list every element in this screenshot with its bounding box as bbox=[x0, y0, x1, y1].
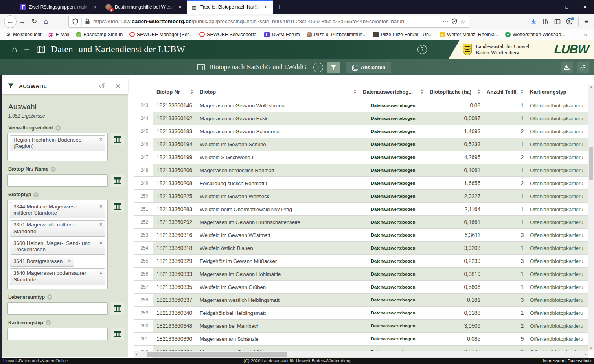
open-picker-button[interactable] bbox=[111, 200, 124, 212]
chip-remove-icon[interactable]: × bbox=[99, 222, 102, 227]
table-row[interactable]: 255182133360329Feldgehölz im Gewann Müßa… bbox=[134, 255, 588, 268]
app-home-icon[interactable]: ⌂ bbox=[12, 44, 17, 55]
info-button[interactable]: i bbox=[313, 63, 323, 72]
tracking-shield-icon[interactable] bbox=[72, 18, 78, 25]
browser-tab-zwei-r-tlingsgruppen[interactable]: Zwei Rötlingsgruppen, makrosk✕ bbox=[16, 0, 101, 14]
open-picker-button[interactable] bbox=[111, 302, 124, 315]
filter-input-biotoptyp[interactable]: 3344,Montane Magerwiese mittlerer Stando… bbox=[7, 200, 108, 289]
datenauswertebogen-link[interactable]: Datenauswertebogen bbox=[360, 151, 427, 164]
browser-tab-bestimmungshilfe-bei[interactable]: 1Bestimmungshilfe bei Wiesenp✕ bbox=[101, 0, 187, 14]
datenauswertebogen-link[interactable]: Datenauswertebogen bbox=[360, 229, 427, 241]
horizontal-scroll-thumb[interactable] bbox=[147, 352, 287, 357]
sidebar-toggle-icon[interactable] bbox=[554, 18, 561, 25]
table-row[interactable]: 246182133360194Weidfeld im Gewann Schürl… bbox=[134, 138, 588, 151]
table-row[interactable]: 259182133360340Feldgehölz bei Helblingsm… bbox=[134, 307, 588, 320]
bookmark-dgfm-forum[interactable]: DGfM Forum bbox=[264, 32, 300, 37]
sort-icon[interactable] bbox=[520, 89, 524, 94]
scroll-up-arrow[interactable]: ∧ bbox=[588, 85, 594, 90]
table-row[interactable]: 253182133360316Weidfeld im Gewann Wüstma… bbox=[134, 229, 588, 242]
open-picker-button[interactable] bbox=[111, 328, 124, 340]
table-row[interactable]: 258182133360337Magerrasen westlich Helbl… bbox=[134, 294, 588, 307]
datenauswertebogen-link[interactable]: Datenauswertebogen bbox=[360, 281, 427, 293]
map-icon[interactable] bbox=[37, 46, 45, 53]
filter-input-verwaltungseinheit[interactable]: Region Hochrhein-Bodensee (Region)× bbox=[7, 133, 108, 161]
column-header-datenauswertebog[interactable]: Datenauswertebog... bbox=[360, 85, 427, 99]
bookmark-pilze-pilze-forum-b[interactable]: Pilze Pilze Forum - Üb... bbox=[373, 32, 433, 37]
account-icon[interactable] bbox=[566, 18, 573, 25]
downloads-icon[interactable] bbox=[531, 18, 537, 25]
page-actions-icon[interactable]: ••• bbox=[443, 19, 449, 24]
sort-icon[interactable] bbox=[353, 89, 357, 94]
maximize-button[interactable]: □ bbox=[558, 0, 576, 14]
table-row[interactable]: 260182133360348Magerrasen bei MambachDat… bbox=[134, 320, 588, 333]
clear-filter-icon[interactable]: × bbox=[46, 320, 51, 325]
column-header-biotop[interactable]: Biotop bbox=[197, 85, 360, 99]
table-row[interactable]: 254182133360318Weidfeld östlich BlauenDa… bbox=[134, 242, 588, 255]
table-row[interactable]: 257182133360335Weidfeld im Gewann Grüben… bbox=[134, 281, 588, 294]
datenauswertebogen-link[interactable]: Datenauswertebogen bbox=[360, 138, 427, 151]
bookmark-pilze-u-pilzbestimmun[interactable]: Pilze u. Pilzbestimmun... bbox=[307, 32, 367, 37]
open-picker-button[interactable] bbox=[111, 133, 124, 145]
scroll-left-arrow[interactable]: ‹ bbox=[134, 351, 140, 357]
datenauswertebogen-link[interactable]: Datenauswertebogen bbox=[360, 255, 427, 267]
datenauswertebogen-link[interactable]: Datenauswertebogen bbox=[360, 164, 427, 176]
chip-remove-icon[interactable]: × bbox=[99, 240, 102, 246]
share-link-button[interactable] bbox=[577, 62, 589, 73]
bookmark-e-mail[interactable]: E-Mail bbox=[48, 32, 69, 37]
vertical-scrollbar[interactable]: ∧ ∨ bbox=[588, 85, 594, 351]
table-row[interactable]: 252182133360292Magerrasen im Gewann Brun… bbox=[134, 216, 588, 229]
sort-icon[interactable] bbox=[420, 89, 423, 94]
datenauswertebogen-link[interactable]: Datenauswertebogen bbox=[360, 333, 427, 345]
datenauswertebogen-link[interactable]: Datenauswertebogen bbox=[360, 125, 427, 138]
forward-button[interactable]: → bbox=[17, 16, 28, 28]
table-row[interactable]: 247182133360199Weidfeld S Gschwend IIDat… bbox=[134, 151, 588, 164]
menu-icon[interactable]: ≡ bbox=[584, 17, 588, 26]
new-tab-button[interactable]: + bbox=[273, 0, 287, 14]
open-picker-button[interactable] bbox=[111, 174, 124, 187]
chip-remove-icon[interactable]: × bbox=[99, 270, 102, 276]
table-row[interactable]: 244182133360162Magerrasen im Gewann Eckl… bbox=[134, 112, 588, 125]
table-row[interactable]: 250182133360225Weidfeld im Gewann Wolfse… bbox=[134, 190, 588, 203]
table-row[interactable]: 243182133360146Magerrasen im Gewann Wölf… bbox=[134, 99, 588, 112]
tab-close-icon[interactable]: ✕ bbox=[178, 5, 183, 10]
clear-filter-icon[interactable]: × bbox=[47, 294, 52, 300]
permissions-shield-icon[interactable] bbox=[452, 18, 457, 24]
datenauswertebogen-link[interactable]: Datenauswertebogen bbox=[360, 177, 427, 189]
bookmarks-overflow-icon[interactable]: » bbox=[584, 31, 588, 38]
datenauswertebogen-link[interactable]: Datenauswertebogen bbox=[360, 294, 427, 306]
column-header-biotop-nr[interactable]: Biotop-Nr bbox=[153, 85, 197, 99]
table-row[interactable]: 256182133360333Magerrasen im Gewann Hohl… bbox=[134, 268, 588, 281]
chip-remove-icon[interactable]: × bbox=[68, 258, 71, 264]
bookmark-star-icon[interactable]: ☆ bbox=[460, 18, 465, 25]
views-button[interactable]: Ansichten bbox=[346, 62, 392, 73]
app-menu-icon[interactable]: ≡ bbox=[24, 44, 29, 55]
tab-close-icon[interactable]: ✕ bbox=[264, 5, 269, 10]
bookmark-basecamp-sign-in[interactable]: Basecamp Sign In bbox=[76, 32, 123, 37]
vertical-scroll-thumb[interactable] bbox=[589, 147, 593, 180]
tab-close-icon[interactable]: ✕ bbox=[92, 5, 97, 10]
datenauswertebogen-link[interactable]: Datenauswertebogen bbox=[360, 307, 427, 319]
datenauswertebogen-link[interactable]: Datenauswertebogen bbox=[360, 99, 427, 112]
horizontal-scrollbar[interactable]: ‹ › bbox=[134, 351, 588, 357]
clear-filter-icon[interactable]: × bbox=[51, 167, 56, 172]
table-row[interactable]: 251182133360283Weidfeld beim Obermättlew… bbox=[134, 203, 588, 216]
datenauswertebogen-link[interactable]: Datenauswertebogen bbox=[360, 242, 427, 254]
chip-remove-icon[interactable]: × bbox=[99, 204, 102, 209]
bookmark-sewobe-manager-ser[interactable]: SEWOBE Manager (Ser... bbox=[129, 32, 193, 37]
url-bar[interactable]: https://udo.lubw.baden-wuerttemberg.de/p… bbox=[68, 16, 469, 28]
footer-links[interactable]: Impressum | Datenschutz bbox=[543, 358, 592, 363]
column-header-kartierungstyp[interactable]: Kartierungstyp bbox=[527, 85, 588, 99]
table-row[interactable]: 245182133360183Magerrasen im Gewann Sche… bbox=[134, 125, 588, 138]
bookmark-sewobe-serviceportal[interactable]: SEWOBE Serviceportal bbox=[199, 32, 257, 37]
help-button[interactable]: ? bbox=[417, 45, 427, 54]
lock-icon[interactable] bbox=[85, 18, 90, 24]
reload-button[interactable]: ↻ bbox=[28, 16, 40, 28]
minimize-button[interactable]: ─ bbox=[540, 0, 558, 14]
sort-icon[interactable] bbox=[190, 89, 193, 94]
close-sidebar-icon[interactable]: ✕ bbox=[115, 82, 121, 90]
download-data-button[interactable] bbox=[561, 62, 573, 73]
datenauswertebogen-link[interactable]: Datenauswertebogen bbox=[360, 320, 427, 332]
browser-tab-tabelle-biotope-nach[interactable]: Tabelle: Biotope nach NatSchG✕ bbox=[187, 0, 273, 14]
scroll-right-arrow[interactable]: › bbox=[582, 351, 588, 357]
column-header-anzahl-teilfl[interactable]: Anzahl Teilfl. bbox=[484, 85, 527, 99]
